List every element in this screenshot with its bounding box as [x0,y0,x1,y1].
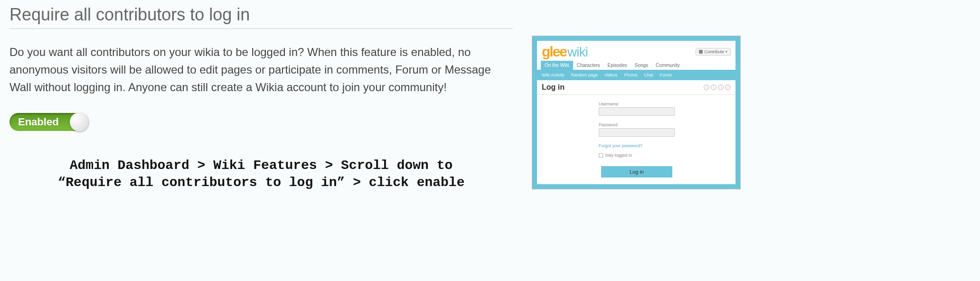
toggle-knob-icon [70,112,89,131]
login-button[interactable]: Log in [601,166,672,178]
social-icon[interactable] [725,84,731,90]
username-input[interactable] [599,107,675,116]
login-title: Log in [542,83,565,92]
preview-logo: glee wiki [542,44,588,60]
stay-logged-in-checkbox[interactable] [599,153,603,158]
tab-on-the-wiki[interactable]: On the Wiki [541,61,573,70]
forgot-password-link[interactable]: Forgot your password? [599,143,731,148]
subtab-forum[interactable]: Forum [660,73,672,77]
social-icons [704,84,731,90]
social-icon[interactable] [711,84,716,90]
chevron-down-icon: ▾ [726,50,727,54]
password-input[interactable] [599,128,675,137]
subtab-chat[interactable]: Chat [644,73,653,77]
subtab-videos[interactable]: Videos [604,73,617,77]
toggle-label: Enabled [18,116,59,128]
instructions-line-1: Admin Dashboard > Wiki Features > Scroll… [19,157,503,174]
section-description: Do you want all contributors on your wik… [9,43,513,96]
social-icon[interactable] [718,84,724,90]
contribute-button[interactable]: Contribute ▾ [696,48,731,56]
social-icon[interactable] [704,84,709,90]
preview-subtabs: Wiki Activity Random page Videos Photos … [537,70,735,80]
enabled-toggle[interactable]: Enabled [9,113,89,131]
subtab-wiki-activity[interactable]: Wiki Activity [542,73,565,77]
tab-episodes[interactable]: Episodes [604,61,631,70]
stay-logged-in-label: Stay logged in [605,153,632,158]
subtab-random-page[interactable]: Random page [571,73,598,77]
preview-screenshot: glee wiki Contribute ▾ On the Wiki Chara… [532,36,741,189]
username-label: Username [599,102,731,106]
logo-bold: glee [542,44,566,60]
subtab-photos[interactable]: Photos [624,73,637,77]
logo-light: wiki [567,45,588,60]
tab-community[interactable]: Community [652,61,684,70]
section-title: Require all contributors to log in [9,5,513,29]
preview-tabs: On the Wiki Characters Episodes Songs Co… [537,61,735,70]
tab-characters[interactable]: Characters [573,61,604,70]
instructions-line-2: “Require all contributors to log in” > c… [19,174,503,191]
password-label: Password [599,122,731,127]
tab-songs[interactable]: Songs [631,61,652,70]
instructions-text: Admin Dashboard > Wiki Features > Scroll… [9,157,513,192]
